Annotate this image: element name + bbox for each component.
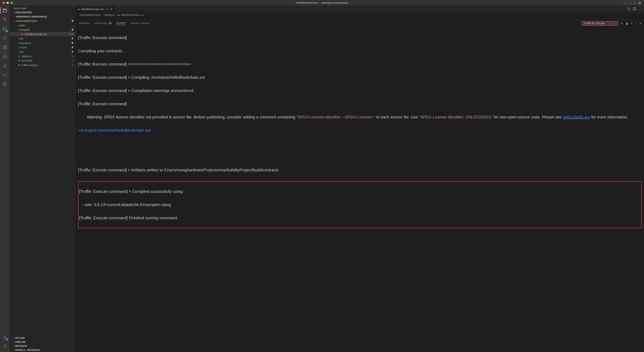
success-highlight: [Truffle: Execute command] > Compiled su…	[78, 181, 642, 228]
timeline-section[interactable]: ›TIMELINE	[10, 340, 76, 344]
compare-icon[interactable]	[627, 7, 630, 11]
svg-point-3	[3, 30, 4, 31]
gear-icon[interactable]	[2, 343, 8, 349]
tab-bar: ◆ HelloBlockchain.sol 1, U ✕ ···	[76, 6, 644, 13]
remote-icon[interactable]	[2, 72, 8, 78]
file-helloblockchain[interactable]: ◆HelloBlockchain.sol1, U	[10, 32, 76, 36]
folder-migrations[interactable]: ›migrations	[10, 41, 76, 45]
svg-line-1	[6, 20, 6, 22]
test-icon[interactable]	[2, 54, 8, 59]
breadcrumb[interactable]: newSolidityProject› contracts› ◆HelloBlo…	[76, 13, 644, 17]
chevron-up-icon[interactable]: ⌃	[635, 22, 637, 25]
titlebar: HelloBlockchain.sol — workspace (Workspa…	[0, 0, 644, 6]
spdx-link[interactable]: https://spdx.org	[563, 115, 590, 119]
search-icon[interactable]	[2, 17, 8, 23]
truffle-networks-section[interactable]: ›TRUFFLE - NETWORKS	[10, 348, 76, 352]
file-truffle-config[interactable]: JStruffle-config.jsU	[10, 63, 76, 67]
layout-right-icon[interactable]: ▯	[633, 1, 637, 5]
more-actions-icon[interactable]: ···	[639, 8, 641, 11]
folder-build[interactable]: ›build	[10, 23, 76, 28]
output-content[interactable]: [Truffle: Execute command] Compiling you…	[76, 27, 644, 352]
tab-debug-console[interactable]: DEBUG CONSOLE	[130, 22, 150, 25]
metadata-section[interactable]: ›METADATA	[10, 344, 76, 348]
azure-icon[interactable]	[2, 63, 8, 69]
problems-count: 1	[108, 22, 112, 25]
scm-badge: 8	[6, 30, 8, 32]
close-tab-icon[interactable]: ✕	[110, 8, 112, 11]
editor-area: ◆ HelloBlockchain.sol 1, U ✕ ··· newSoli…	[76, 6, 644, 352]
layout-grid-icon[interactable]: ⊞	[638, 1, 642, 5]
window-title: HelloBlockchain.sol — workspace (Workspa…	[296, 2, 348, 4]
tab-helloblockchain[interactable]: ◆ HelloBlockchain.sol 1, U ✕	[76, 6, 115, 13]
run-debug-icon[interactable]	[2, 35, 8, 41]
svg-point-10	[4, 335, 6, 337]
bottom-panel: TERMINAL PROBLEMS1 OUTPUT DEBUG CONSOLE …	[76, 20, 644, 352]
svg-rect-7	[5, 48, 6, 49]
account-icon[interactable]: 1	[2, 334, 8, 340]
outline-section[interactable]: ›OUTLINE	[10, 336, 76, 340]
lock-icon[interactable]: 🔒	[626, 22, 628, 25]
svg-point-4	[6, 29, 6, 30]
output-channel-dropdown[interactable]: Truffle for VSCode	[582, 21, 618, 26]
folder-ipfs[interactable]: ›ipfs	[10, 36, 76, 41]
filter-icon[interactable]: ≡×	[620, 22, 623, 25]
svg-point-2	[3, 27, 4, 28]
svg-point-11	[4, 346, 6, 347]
account-badge: 1	[6, 338, 8, 340]
layout-left-icon[interactable]: ▯	[624, 1, 627, 5]
svg-rect-5	[3, 46, 4, 47]
clear-output-icon[interactable]: ↻	[631, 22, 632, 25]
svg-rect-6	[3, 48, 4, 49]
maximize-window[interactable]	[10, 2, 13, 4]
explorer-sidebar: EXPLORER ··· ›OPEN EDITORS ⌄WORKSPACE (W…	[10, 6, 76, 352]
svg-point-0	[3, 18, 6, 21]
folder-scripts[interactable]: ›scripts	[10, 45, 76, 50]
split-editor-icon[interactable]	[633, 7, 636, 11]
folder-contracts[interactable]: ⌄contracts	[10, 28, 76, 32]
activity-bar: 8 1	[0, 6, 10, 352]
close-panel-icon[interactable]: ✕	[640, 22, 641, 25]
minimize-window[interactable]	[6, 2, 9, 4]
scm-icon[interactable]: 8	[2, 26, 8, 32]
close-window[interactable]	[2, 2, 5, 4]
folder-newsolidityproject[interactable]: ⌄newSolidityProject	[10, 19, 76, 23]
layout-bottom-icon[interactable]: ▭	[628, 1, 632, 5]
ethereum-icon: ◆	[78, 8, 80, 11]
github-icon[interactable]	[2, 81, 8, 87]
extensions-icon[interactable]	[2, 45, 8, 50]
open-editors-section[interactable]: ›OPEN EDITORS	[10, 11, 76, 15]
tab-output[interactable]: OUTPUT	[116, 22, 126, 25]
tab-terminal[interactable]: TERMINAL	[78, 22, 90, 25]
tab-problems[interactable]: PROBLEMS1	[94, 22, 112, 25]
svg-point-9	[3, 55, 6, 58]
folder-test[interactable]: ›test	[10, 50, 76, 54]
explorer-title: EXPLORER	[14, 7, 26, 10]
svg-rect-8	[5, 46, 6, 47]
more-icon[interactable]: ···	[70, 7, 72, 10]
workspace-section[interactable]: ⌄WORKSPACE (WORKSPACE)	[10, 15, 76, 19]
file-license[interactable]: ⚖LICENSEU	[10, 58, 76, 63]
explorer-icon[interactable]	[2, 8, 8, 13]
file-gitignore[interactable]: ◈.gitignoreU	[10, 54, 76, 58]
